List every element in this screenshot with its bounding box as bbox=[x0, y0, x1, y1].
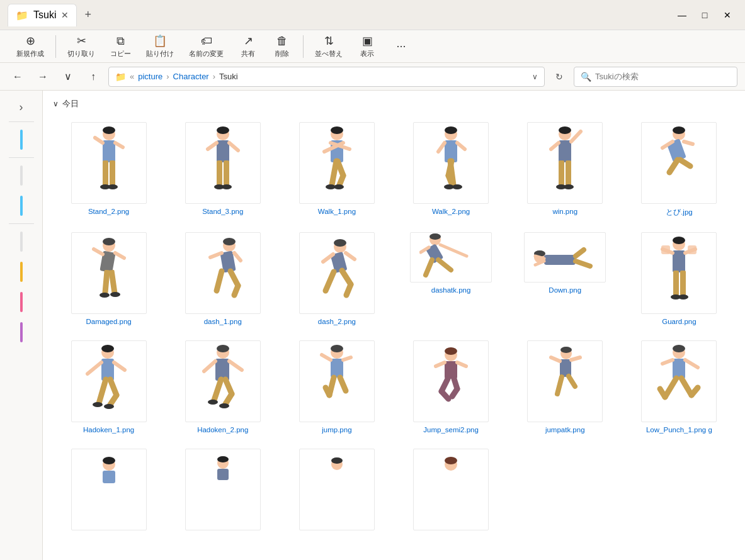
sort-button[interactable]: ⇅ 並べ替え bbox=[309, 31, 349, 61]
file-item[interactable]: jump.png bbox=[281, 335, 392, 439]
file-item[interactable]: Stand_2.png bbox=[53, 117, 164, 222]
panel-item-5[interactable] bbox=[8, 258, 35, 286]
address-dropdown-icon[interactable]: ∨ bbox=[532, 72, 538, 81]
left-panel: › bbox=[0, 91, 43, 560]
file-item[interactable] bbox=[395, 444, 507, 539]
svg-line-53 bbox=[684, 142, 693, 144]
up-button[interactable]: ↑ bbox=[83, 67, 103, 87]
panel-item-3[interactable] bbox=[8, 192, 35, 220]
svg-point-113 bbox=[104, 404, 114, 409]
cut-icon: ✂ bbox=[77, 34, 86, 48]
svg-point-166 bbox=[445, 457, 457, 464]
search-icon: 🔍 bbox=[581, 72, 591, 82]
share-button[interactable]: ↗ 共有 bbox=[232, 31, 264, 61]
file-item[interactable]: jumpatk.png bbox=[509, 335, 621, 439]
forward-button[interactable]: → bbox=[33, 67, 53, 87]
panel-bar-2 bbox=[20, 165, 23, 186]
svg-point-133 bbox=[445, 347, 457, 355]
file-item[interactable]: dashatk.png bbox=[395, 227, 507, 330]
file-item[interactable]: Walk_2.png bbox=[395, 117, 507, 222]
file-item[interactable]: とび.jpg bbox=[623, 117, 735, 222]
svg-line-50 bbox=[669, 160, 678, 172]
file-thumbnail bbox=[413, 340, 489, 422]
address-sep-2: › bbox=[166, 72, 169, 81]
svg-line-91 bbox=[576, 250, 584, 256]
address-bar[interactable]: 📁 « picture › Character › Tsuki ∨ bbox=[108, 67, 545, 87]
search-bar[interactable]: 🔍 bbox=[574, 67, 737, 87]
file-item[interactable]: Guard.png bbox=[623, 227, 735, 330]
tab-close-button[interactable]: ✕ bbox=[61, 10, 69, 20]
panel-item-7[interactable] bbox=[8, 318, 35, 346]
svg-line-43 bbox=[571, 132, 581, 142]
search-input[interactable] bbox=[595, 72, 731, 81]
file-name: Damaged.png bbox=[86, 318, 131, 325]
panel-item-4[interactable] bbox=[8, 228, 35, 255]
svg-point-10 bbox=[217, 126, 229, 134]
paste-button[interactable]: 📋 貼り付け bbox=[140, 31, 180, 61]
panel-item-1[interactable] bbox=[8, 126, 35, 154]
back-button[interactable]: ← bbox=[8, 67, 28, 87]
file-item[interactable] bbox=[167, 444, 278, 539]
panel-item-6[interactable] bbox=[8, 288, 35, 316]
panel-item-2[interactable] bbox=[8, 162, 35, 189]
panel-bar-7 bbox=[20, 322, 23, 342]
svg-rect-162 bbox=[217, 469, 229, 480]
file-name: Stand_2.png bbox=[88, 208, 129, 215]
delete-button[interactable]: 🗑 削除 bbox=[266, 32, 298, 61]
file-item[interactable]: dash_2.png bbox=[281, 227, 392, 330]
file-item[interactable]: Stand_3.png bbox=[167, 117, 278, 222]
file-item[interactable]: dash_1.png bbox=[167, 227, 278, 330]
svg-point-64 bbox=[223, 238, 236, 245]
more-button[interactable]: ··· bbox=[385, 37, 417, 55]
svg-point-103 bbox=[678, 294, 688, 300]
svg-rect-40 bbox=[559, 140, 571, 162]
file-item[interactable]: Down.png bbox=[509, 227, 621, 330]
svg-rect-13 bbox=[224, 160, 229, 186]
address-picture[interactable]: picture bbox=[138, 72, 162, 81]
file-item[interactable]: Hadoken_1.png bbox=[53, 335, 164, 439]
file-item[interactable]: win.png bbox=[509, 117, 621, 222]
cut-button[interactable]: ✂ 切り取り bbox=[61, 31, 101, 61]
file-item[interactable]: Damaged.png bbox=[53, 227, 164, 330]
close-button[interactable]: ✕ bbox=[717, 5, 737, 25]
file-item[interactable]: Jump_semi2.png bbox=[395, 335, 507, 439]
rename-button[interactable]: 🏷 名前の変更 bbox=[183, 32, 230, 61]
svg-line-128 bbox=[326, 388, 329, 395]
minimize-button[interactable]: — bbox=[672, 5, 692, 25]
file-item[interactable]: Low_Punch_1.png g bbox=[623, 335, 735, 439]
file-item[interactable] bbox=[53, 444, 164, 539]
svg-rect-4 bbox=[110, 160, 115, 186]
view-button[interactable]: ▣ 表示 bbox=[351, 31, 383, 61]
window-controls: — □ ✕ bbox=[672, 5, 737, 25]
paste-icon: 📋 bbox=[153, 34, 167, 48]
file-thumbnail bbox=[299, 449, 375, 530]
file-item[interactable] bbox=[281, 444, 392, 539]
svg-line-139 bbox=[436, 362, 445, 366]
active-tab[interactable]: 📁 Tsuki ✕ bbox=[8, 4, 77, 26]
panel-divider-3 bbox=[9, 223, 34, 224]
address-tsuki: Tsuki bbox=[219, 72, 238, 81]
panel-expand-button[interactable]: › bbox=[14, 96, 28, 119]
refresh-button[interactable]: ↻ bbox=[550, 67, 569, 86]
file-grid: Stand_2.png Stand_3.png Walk_1.png bbox=[53, 117, 735, 547]
address-character[interactable]: Character bbox=[173, 72, 209, 81]
maximize-button[interactable]: □ bbox=[695, 5, 715, 25]
svg-rect-41 bbox=[559, 160, 564, 186]
svg-rect-11 bbox=[217, 140, 229, 162]
rename-label: 名前の変更 bbox=[189, 49, 224, 59]
file-item[interactable]: Walk_1.png bbox=[281, 117, 392, 222]
file-thumbnail bbox=[413, 449, 489, 530]
svg-line-110 bbox=[88, 362, 101, 374]
toolbar-separator-2 bbox=[303, 35, 304, 58]
content-area: ∨ 今日 Stand_2.png Stand_3.png bbox=[43, 91, 745, 560]
new-tab-button[interactable]: + bbox=[84, 8, 91, 21]
file-item[interactable]: Hadoken_2.png bbox=[167, 335, 278, 439]
new-button[interactable]: ⊕ 新規作成 bbox=[10, 31, 50, 61]
copy-button[interactable]: ⧉ コピー bbox=[104, 32, 137, 61]
svg-point-158 bbox=[103, 457, 115, 464]
title-bar: 📁 Tsuki ✕ + — □ ✕ bbox=[0, 0, 745, 30]
panel-bar-4 bbox=[20, 232, 23, 252]
recent-button[interactable]: ∨ bbox=[58, 67, 78, 87]
svg-point-46 bbox=[564, 184, 574, 189]
section-collapse-icon[interactable]: ∨ bbox=[53, 99, 59, 108]
